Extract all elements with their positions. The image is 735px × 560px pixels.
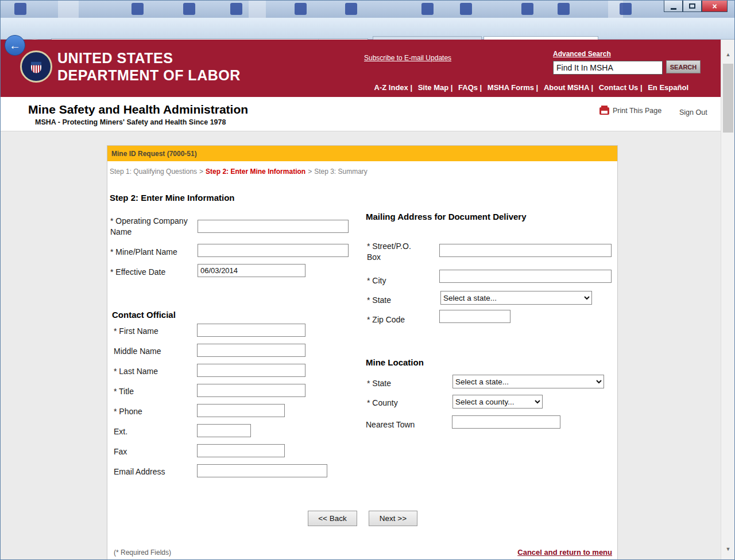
msha-search-button[interactable]: SEARCH <box>666 60 701 73</box>
nav-faqs[interactable]: FAQs | <box>458 83 482 92</box>
required-fields-note: (* Required Fields) <box>114 549 171 557</box>
back-icon: ← <box>9 39 21 52</box>
desktop-icon <box>131 3 144 15</box>
breadcrumb-step3: Step 3: Summary <box>314 168 368 176</box>
back-step-button[interactable]: << Back <box>308 511 357 526</box>
minimize-icon <box>671 8 676 10</box>
location-county-label: * County <box>367 398 398 409</box>
scrollbar-thumb[interactable] <box>723 64 733 133</box>
last-name-label: * Last Name <box>114 366 158 377</box>
breadcrumb-step1[interactable]: Step 1: Qualifying Questions <box>110 168 197 176</box>
agency-line2: DEPARTMENT OF LABOR <box>57 67 241 84</box>
page-scrollbar[interactable]: ▲ ▼ <box>721 40 734 560</box>
back-button[interactable]: ← <box>5 35 25 56</box>
cancel-return-link[interactable]: Cancel and return to menu <box>517 548 612 557</box>
contact-official-heading: Contact Official <box>112 310 176 320</box>
dol-masthead: UNITED STATES DEPARTMENT OF LABOR Subscr… <box>1 40 722 97</box>
print-this-page[interactable]: Print This Page <box>599 107 662 115</box>
email-input[interactable] <box>197 464 327 477</box>
desktop-background <box>58 1 79 18</box>
msha-banner: Mine Safety and Health Administration MS… <box>1 97 722 131</box>
desktop-background <box>249 1 266 18</box>
page-background: Mine ID Request (7000-51) Step 1: Qualif… <box>1 131 722 559</box>
breadcrumb-separator: > <box>199 168 203 176</box>
middle-name-label: Middle Name <box>114 346 161 357</box>
desktop-icon <box>558 3 570 15</box>
sign-out-link[interactable]: Sign Out <box>679 108 707 116</box>
window-titlebar: × <box>1 1 735 18</box>
first-name-label: * First Name <box>114 326 158 337</box>
operating-company-label: * Operating Company Name <box>110 216 198 238</box>
desktop-icon <box>460 3 472 15</box>
title-label: * Title <box>114 386 134 397</box>
mailing-address-heading: Mailing Address for Document Delivery <box>366 212 527 221</box>
middle-name-input[interactable] <box>197 344 305 357</box>
operating-company-input[interactable] <box>198 220 349 233</box>
desktop-icon <box>183 3 195 15</box>
agency-name: UNITED STATES DEPARTMENT OF LABOR <box>57 49 241 84</box>
street-label: * Street/P.O. Box <box>367 241 425 263</box>
city-input[interactable] <box>439 270 612 283</box>
printer-icon <box>599 107 609 115</box>
zip-input[interactable] <box>439 310 510 323</box>
close-button[interactable]: × <box>702 1 728 12</box>
fax-input[interactable] <box>197 444 285 457</box>
email-label: Email Address <box>114 466 165 477</box>
desktop-icon <box>345 3 357 15</box>
nav-az-index[interactable]: A-Z Index | <box>374 83 412 92</box>
nav-en-espanol[interactable]: En Español <box>648 83 688 92</box>
agency-line1: UNITED STATES <box>57 49 241 67</box>
location-county-select[interactable]: Select a county... <box>452 395 543 409</box>
browser-window: × ← → e http://lakdnettest.msha.dir.labo… <box>0 0 735 560</box>
browser-navbar: ← → e http://lakdnettest.msha.dir.labor.… <box>1 18 735 40</box>
title-input[interactable] <box>197 384 305 397</box>
desktop-icon <box>421 3 434 15</box>
maximize-button[interactable] <box>683 1 702 12</box>
scroll-up-icon[interactable]: ▲ <box>721 49 735 60</box>
location-state-label: * State <box>367 378 391 389</box>
phone-label: * Phone <box>114 406 142 417</box>
minimize-button[interactable] <box>664 1 683 12</box>
nav-msha-forms[interactable]: MSHA Forms | <box>488 83 538 92</box>
msha-search-input[interactable] <box>553 61 663 75</box>
mine-plant-label: * Mine/Plant Name <box>110 247 202 258</box>
mine-location-heading: Mine Location <box>366 357 424 367</box>
city-label: * City <box>367 275 386 286</box>
desktop-icon <box>230 3 242 15</box>
masthead-nav: A-Z Index | Site Map | FAQs | MSHA Forms… <box>371 83 688 92</box>
nearest-town-input[interactable] <box>452 415 560 429</box>
location-state-select[interactable]: Select a state... <box>452 375 604 388</box>
panel-title-bar: Mine ID Request (7000-51) <box>107 146 617 161</box>
step-heading: Step 2: Enter Mine Information <box>110 193 235 203</box>
next-step-button[interactable]: Next >> <box>369 511 417 526</box>
subscribe-link[interactable]: Subscribe to E-mail Updates <box>364 54 451 62</box>
site-tagline: MSHA - Protecting Miners' Safety and Hea… <box>35 118 226 126</box>
nav-contact-us[interactable]: Contact Us | <box>599 83 643 92</box>
breadcrumb-step2-current: Step 2: Enter Mine Information <box>206 168 305 176</box>
mailing-state-select[interactable]: Select a state... <box>440 291 592 305</box>
nav-site-map[interactable]: Site Map | <box>418 83 453 92</box>
window-controls: × <box>664 1 728 12</box>
nearest-town-label: Nearest Town <box>366 419 415 430</box>
desktop-icon <box>620 3 632 15</box>
nav-about-msha[interactable]: About MSHA | <box>544 83 593 92</box>
phone-input[interactable] <box>197 404 285 417</box>
print-label: Print This Page <box>613 107 662 115</box>
dol-seal-shield <box>31 62 41 73</box>
maximize-icon <box>689 3 695 9</box>
breadcrumb-separator: > <box>308 168 312 176</box>
mailing-state-label: * State <box>367 295 391 306</box>
fax-label: Fax <box>114 446 127 457</box>
first-name-input[interactable] <box>197 324 305 337</box>
zip-label: * Zip Code <box>367 314 405 325</box>
close-icon: × <box>712 2 717 10</box>
advanced-search-link[interactable]: Advanced Search <box>553 50 611 58</box>
ext-label: Ext. <box>114 426 127 437</box>
desktop-icon <box>521 3 533 15</box>
street-input[interactable] <box>439 244 612 257</box>
mine-plant-input[interactable] <box>198 244 349 257</box>
effective-date-input[interactable] <box>198 264 305 277</box>
scroll-down-icon[interactable]: ▼ <box>721 543 735 555</box>
last-name-input[interactable] <box>197 364 305 377</box>
ext-input[interactable] <box>197 424 251 437</box>
